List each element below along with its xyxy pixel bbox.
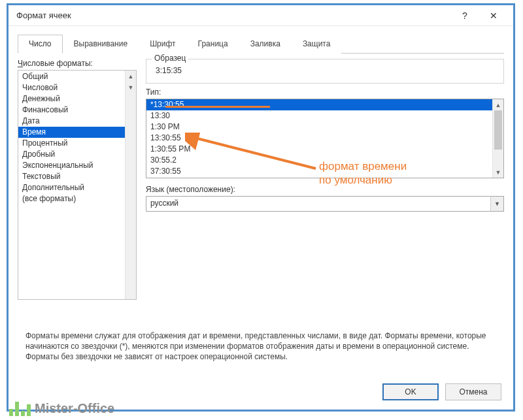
help-button[interactable]: ? (450, 7, 479, 25)
tab-border[interactable]: Граница (187, 35, 239, 54)
type-item[interactable]: *13:30:55 (146, 99, 492, 110)
tab-protection[interactable]: Защита (292, 35, 342, 54)
annotation-underline-sample (165, 106, 270, 108)
tab-alignment[interactable]: Выравнивание (63, 35, 139, 54)
category-item[interactable]: Процентный (18, 138, 125, 149)
category-item[interactable]: Числовой (18, 82, 125, 93)
sample-group: Образец 3:15:35 (146, 59, 504, 84)
language-value: русский (146, 197, 490, 211)
type-item[interactable]: 1:30:55 PM (146, 144, 492, 155)
scroll-down-icon[interactable]: ▼ (126, 82, 136, 93)
close-button[interactable]: ✕ (479, 7, 508, 25)
cancel-button[interactable]: Отмена (445, 383, 501, 400)
type-scrollbar[interactable]: ▲ ▼ (492, 99, 503, 178)
format-cells-dialog: Формат ячеек ? ✕ Число Выравнивание Шриф… (7, 3, 515, 412)
category-item[interactable]: Денежный (18, 93, 125, 105)
sample-legend: Образец (152, 54, 188, 63)
scroll-up-icon[interactable]: ▲ (126, 71, 136, 82)
category-item[interactable]: Финансовый (18, 105, 125, 116)
scroll-down-icon[interactable]: ▼ (493, 167, 503, 178)
ok-button[interactable]: OK (382, 383, 439, 400)
button-bar: OK Отмена (382, 383, 501, 400)
category-item[interactable]: Дробный (18, 149, 125, 160)
categories-label: Числовые форматы: (18, 59, 137, 68)
type-label: Тип: (146, 88, 504, 97)
type-item[interactable]: 1:30 PM (146, 121, 492, 133)
tab-fill[interactable]: Заливка (239, 35, 292, 54)
watermark-bars-icon (9, 399, 31, 416)
tab-number[interactable]: Число (18, 35, 63, 54)
type-item[interactable]: 13:30:55 (146, 133, 492, 144)
language-select[interactable]: русский ▼ (146, 196, 504, 212)
category-item[interactable]: Текстовый (18, 171, 125, 182)
category-item[interactable]: Дополнительный (18, 182, 125, 193)
tab-font[interactable]: Шрифт (139, 35, 186, 54)
annotation-text: формат времени по умолчанию (319, 159, 407, 187)
categories-scrollbar[interactable]: ▲ ▼ (125, 71, 136, 299)
titlebar: Формат ячеек ? ✕ (8, 5, 513, 26)
category-item[interactable]: (все форматы) (18, 193, 125, 204)
watermark-text: Mister-Office (35, 401, 114, 416)
scroll-up-icon[interactable]: ▲ (493, 99, 503, 110)
format-description: Форматы времени служат для отображения д… (25, 331, 496, 363)
categories-listbox[interactable]: ОбщийЧисловойДенежныйФинансовыйДатаВремя… (18, 70, 137, 300)
chevron-down-icon[interactable]: ▼ (490, 197, 503, 211)
tab-strip: Число Выравнивание Шрифт Граница Заливка… (18, 34, 504, 54)
dialog-title: Формат ячеек (16, 10, 450, 20)
scroll-thumb[interactable] (494, 110, 502, 150)
type-item[interactable]: 13:30 (146, 110, 492, 121)
category-item[interactable]: Время (18, 127, 125, 138)
category-item[interactable]: Экспоненциальный (18, 160, 125, 171)
category-item[interactable]: Общий (18, 71, 125, 82)
category-item[interactable]: Дата (18, 116, 125, 127)
sample-value: 3:15:35 (154, 66, 496, 75)
watermark: Mister-Office (9, 399, 114, 416)
